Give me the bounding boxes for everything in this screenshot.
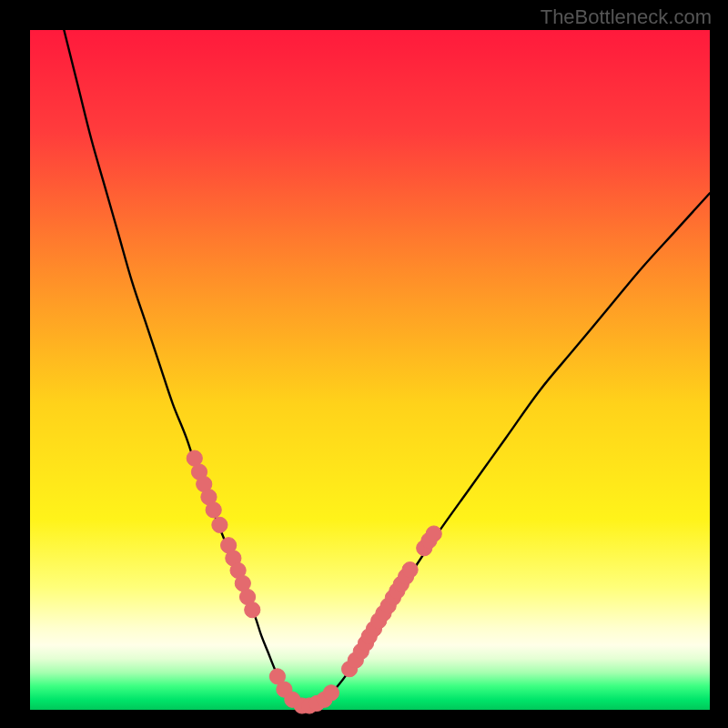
watermark-text: TheBottleneck.com [541, 5, 712, 29]
plot-area [30, 30, 710, 710]
highlight-dot [323, 685, 339, 701]
highlight-dot [206, 502, 221, 518]
highlight-dots [187, 450, 441, 713]
highlight-dot [212, 517, 228, 532]
highlight-dot [245, 602, 260, 618]
curve-layer [30, 30, 710, 710]
highlight-dot [426, 526, 441, 541]
chart-stage: TheBottleneck.com [0, 0, 728, 728]
highlight-dot [402, 562, 418, 578]
